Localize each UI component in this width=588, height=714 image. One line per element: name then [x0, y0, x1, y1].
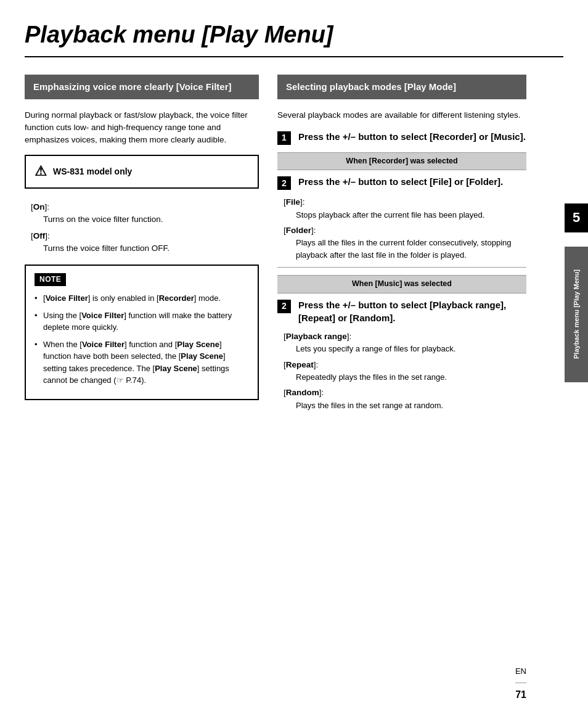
left-body-text: During normal playback or fast/slow play… [25, 109, 259, 147]
step-2-music-text: Press the +/– button to select [Playback… [298, 298, 526, 324]
repeat-desc: Repeatedly plays the files in the set ra… [296, 371, 526, 384]
file-desc: Stops playback after the current file ha… [296, 209, 526, 221]
left-section-header: Emphasizing voice more clearly [Voice Fi… [25, 75, 259, 99]
option-on: [On]: Turns on the voice filter function… [31, 201, 259, 226]
step-2-music-number: 2 [277, 300, 291, 313]
playback-range-option: [Playback range]: Lets you specify a ran… [284, 330, 526, 355]
repeat-key: [Repeat]: [284, 360, 318, 369]
warning-text: WS-831 model only [53, 166, 132, 178]
page-title: Playback menu [Play Menu] [25, 18, 563, 57]
option-off-key: [Off]: [31, 231, 50, 240]
option-on-desc: Turns on the voice filter function. [43, 213, 259, 226]
step-2-music: 2 Press the +/– button to select [Playba… [277, 298, 526, 324]
step-2-recorder: 2 Press the +/– button to select [File] … [277, 175, 526, 190]
note-box: NOTE [Voice Filter] is only enabled in [… [25, 265, 259, 400]
page-lang: EN [515, 666, 526, 677]
playback-range-desc: Lets you specify a range of files for pl… [296, 343, 526, 355]
left-column: Emphasizing voice more clearly [Voice Fi… [25, 75, 259, 417]
step-1: 1 Press the +/– button to select [Record… [277, 130, 526, 145]
step-2-recorder-number: 2 [277, 176, 291, 190]
option-off-desc: Turns the voice filter function OFF. [43, 242, 259, 255]
option-off: [Off]: Turns the voice filter function O… [31, 230, 259, 255]
section-divider [277, 267, 526, 268]
page-footer: EN 71 [515, 666, 526, 702]
note-item-1: [Voice Filter] is only enabled in [Recor… [35, 292, 249, 305]
note-header: NOTE [35, 273, 66, 286]
side-tab-text: Playback menu [Play Menu] [572, 270, 581, 359]
random-key: [Random]: [284, 388, 324, 397]
warning-icon: ⚠ [35, 162, 47, 181]
note-item-2: Using the [Voice Filter] function will m… [35, 310, 249, 334]
step-1-number: 1 [277, 131, 291, 145]
side-tab: Playback menu [Play Menu] [565, 247, 588, 382]
page-container: Playback menu [Play Menu] Emphasizing vo… [0, 0, 588, 714]
note-item-3: When the [Voice Filter] function and [Pl… [35, 339, 249, 387]
random-option: [Random]: Plays the files in the set ran… [284, 387, 526, 411]
music-subsection-header: When [Music] was selected [277, 275, 526, 293]
repeat-option: [Repeat]: Repeatedly plays the files in … [284, 359, 526, 384]
folder-desc: Plays all the files in the current folde… [296, 237, 526, 261]
recorder-options: [File]: Stops playback after the current… [284, 196, 526, 261]
file-key: [File]: [284, 197, 305, 207]
music-options: [Playback range]: Lets you specify a ran… [284, 330, 526, 411]
page-number: 71 [515, 688, 526, 702]
right-column: Selecting playback modes [Play Mode] Sev… [277, 75, 563, 417]
playback-range-key: [Playback range]: [284, 332, 351, 341]
right-intro-text: Several playback modes are available for… [277, 109, 526, 121]
two-column-layout: Emphasizing voice more clearly [Voice Fi… [25, 75, 563, 417]
step-2-recorder-text: Press the +/– button to select [File] or… [298, 175, 503, 190]
voice-filter-options: [On]: Turns on the voice filter function… [31, 201, 259, 255]
recorder-subsection-header: When [Recorder] was selected [277, 152, 526, 171]
folder-option: [Folder]: Plays all the files in the cur… [284, 224, 526, 261]
step-1-text: Press the +/– button to select [Recorder… [298, 130, 526, 145]
folder-key: [Folder]: [284, 226, 316, 235]
option-on-key: [On]: [31, 202, 49, 211]
chapter-number: 5 [565, 203, 588, 232]
random-desc: Plays the files in the set range at rand… [296, 400, 526, 412]
file-option: [File]: Stops playback after the current… [284, 196, 526, 221]
warning-box: ⚠ WS-831 model only [25, 155, 259, 189]
right-section-header: Selecting playback modes [Play Mode] [277, 75, 526, 99]
note-list: [Voice Filter] is only enabled in [Recor… [35, 292, 249, 387]
